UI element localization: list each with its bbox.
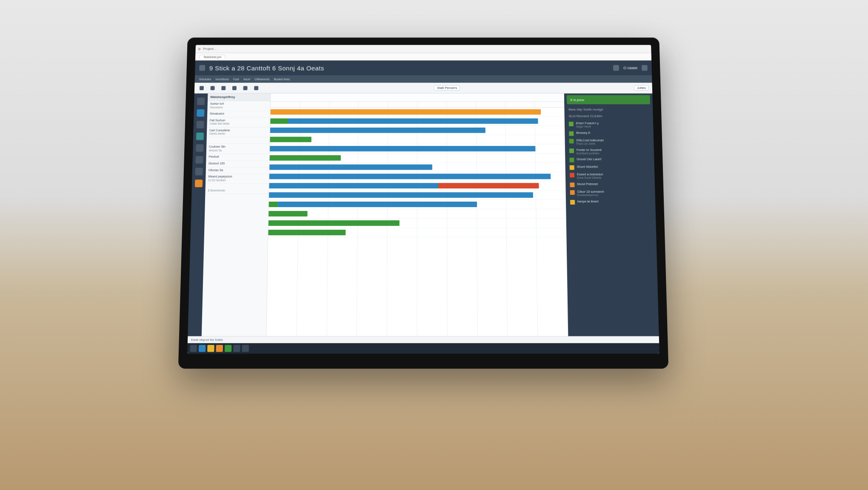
task-list-row[interactable]: Pentrult: [206, 154, 269, 161]
gantt-bar[interactable]: [270, 155, 341, 161]
user-avatar-icon[interactable]: [642, 65, 648, 71]
legend-item[interactable]: Shunt Wdorfint: [565, 164, 655, 171]
status-bar: Ereet vibyrort ths Sottre: [188, 336, 659, 343]
gantt-row[interactable]: [269, 163, 565, 172]
menu-item[interactable]: Fuer: [233, 77, 239, 80]
gantt-row[interactable]: [269, 172, 565, 181]
task-list-row[interactable]: Deshort 105: [206, 160, 269, 167]
address-field[interactable]: Tasksheet.pm: [200, 54, 225, 59]
legend-item[interactable]: Cilsor 10 sornsemtErsnesmeunt eru: [566, 188, 655, 198]
gantt-row[interactable]: [269, 181, 565, 191]
toolbar-button[interactable]: [209, 85, 217, 91]
task-list-row[interactable]: Oltonas Sa: [206, 167, 269, 174]
rail-item-icon[interactable]: [196, 133, 204, 140]
gantt-row[interactable]: [270, 126, 565, 135]
header-label: O casee: [623, 66, 637, 70]
legend-item[interactable]: DNLCotd tuferometFloos Lie Juriet: [565, 137, 654, 146]
toolbar-center-label: Statt Pensirrs: [434, 85, 460, 91]
task-list-row[interactable]: Coubser StnAheoer Su: [206, 144, 270, 154]
task-list-row[interactable]: Cart ConssferieDienis etertin: [207, 127, 270, 137]
app-body: Walshespeffrey Suetur tortShunreentDimat…: [188, 94, 659, 336]
gantt-rows[interactable]: [266, 108, 568, 336]
gantt-bar[interactable]: [438, 183, 539, 188]
gantt-bar[interactable]: [270, 137, 311, 142]
gantt-row[interactable]: [268, 228, 566, 237]
gantt-row[interactable]: [270, 144, 565, 154]
legend-item[interactable]: benpe ta limert: [566, 198, 655, 206]
gantt-row[interactable]: [268, 209, 566, 219]
taskbar-app-icon[interactable]: [233, 345, 240, 352]
gantt-bar[interactable]: [268, 211, 307, 217]
taskbar-start-icon[interactable]: [190, 345, 197, 352]
legend-label: Mond Pntmnet: [577, 182, 598, 186]
legend-swatch-icon: [570, 200, 575, 205]
menu-item[interactable]: Shedules: [199, 77, 211, 80]
taskbar-app-icon[interactable]: [207, 345, 214, 352]
menu-item[interactable]: Asort: [243, 77, 250, 80]
notification-icon[interactable]: [613, 65, 619, 71]
rail-item-icon[interactable]: [195, 179, 203, 187]
task-list-row[interactable]: Meand pepepotonCLSS Surteen: [206, 174, 269, 184]
legend-item[interactable]: Eseert a brenedonDova Sooel Wirants: [565, 171, 655, 181]
legend-label: Erturr Fosent t ySeger Hruht: [576, 121, 599, 128]
taskbar-app-icon[interactable]: [242, 345, 249, 352]
legend-label: DNLCotd tuferometFloos Lie Juriet: [576, 138, 604, 145]
gantt-bar[interactable]: [269, 165, 432, 170]
legend-item[interactable]: Mond Pntmnet: [565, 181, 655, 188]
task-list-row[interactable]: Suetur tortShunreent: [207, 101, 270, 111]
legend-label: Bmssey E: [576, 131, 591, 135]
task-list-row[interactable]: & Bovenionee: [205, 184, 268, 194]
gantt-bar[interactable]: [269, 183, 438, 188]
task-list-row[interactable]: [206, 137, 269, 144]
gantt-bar[interactable]: [278, 202, 477, 207]
task-list-row[interactable]: Dimatoetot: [207, 111, 270, 117]
taskbar-app-icon[interactable]: [199, 345, 206, 352]
menu-item[interactable]: Busket tines: [274, 77, 290, 80]
rail-item-icon[interactable]: [197, 98, 205, 105]
gantt-row[interactable]: [269, 191, 566, 200]
gantt-bar[interactable]: [268, 220, 400, 226]
gantt-row[interactable]: [269, 200, 566, 209]
task-list-row[interactable]: Fail SochonCotae tirel betes: [207, 117, 270, 127]
tool-icon: [243, 86, 248, 90]
rail-item-icon[interactable]: [197, 109, 204, 117]
menu-item[interactable]: Cilfiewrents: [254, 77, 270, 80]
toolbar-button[interactable]: [252, 85, 260, 91]
tool-icon: [232, 86, 237, 90]
rail-item-icon[interactable]: [195, 156, 203, 164]
toolbar-button[interactable]: [220, 85, 227, 91]
gantt-bar[interactable]: [269, 202, 278, 207]
legend-item[interactable]: Grsoel Oer Larert: [565, 156, 654, 164]
gantt-bar[interactable]: [270, 128, 485, 133]
gantt-bar[interactable]: [271, 109, 541, 115]
gantt-row[interactable]: [270, 117, 565, 126]
gantt-bar[interactable]: [269, 174, 551, 179]
legend-item[interactable]: Bmssey E: [565, 130, 654, 137]
legend-item[interactable]: Fncter br SvodrnilEumibent poninien: [565, 147, 654, 156]
toolbar-right-chip[interactable]: Jottes: [634, 85, 649, 91]
menu-item[interactable]: Inverttions: [215, 77, 229, 80]
gantt-bar[interactable]: [269, 192, 533, 198]
rail-item-icon[interactable]: [197, 121, 204, 128]
browser-tab[interactable]: Project…: [203, 47, 217, 51]
gantt-bar[interactable]: [270, 146, 536, 151]
taskbar-app-icon[interactable]: [225, 345, 232, 352]
gantt-bar[interactable]: [288, 118, 538, 124]
toolbar-button[interactable]: [242, 85, 249, 91]
gantt-row[interactable]: [268, 219, 566, 228]
legend-swatch-icon: [569, 148, 574, 153]
gantt-row[interactable]: [271, 108, 565, 117]
rail-item-icon[interactable]: [196, 144, 203, 152]
rail-item-icon[interactable]: [195, 168, 203, 175]
gantt-bar[interactable]: [268, 230, 345, 235]
toolbar-button[interactable]: [198, 85, 206, 91]
legend-swatch-icon: [569, 158, 574, 162]
taskbar-app-icon[interactable]: [216, 345, 223, 352]
gantt-row[interactable]: [270, 154, 565, 163]
gantt-row[interactable]: [270, 135, 565, 145]
toolbar-button[interactable]: [231, 85, 238, 91]
gantt-bar[interactable]: [270, 118, 288, 124]
legend-item[interactable]: Erturr Fosent t ySeger Hruht: [565, 120, 654, 129]
search-box[interactable]: S Is poco: [567, 95, 650, 104]
app-window: Project… Tasksheet.pm 9 Stick a 28 Cantt…: [187, 45, 660, 354]
